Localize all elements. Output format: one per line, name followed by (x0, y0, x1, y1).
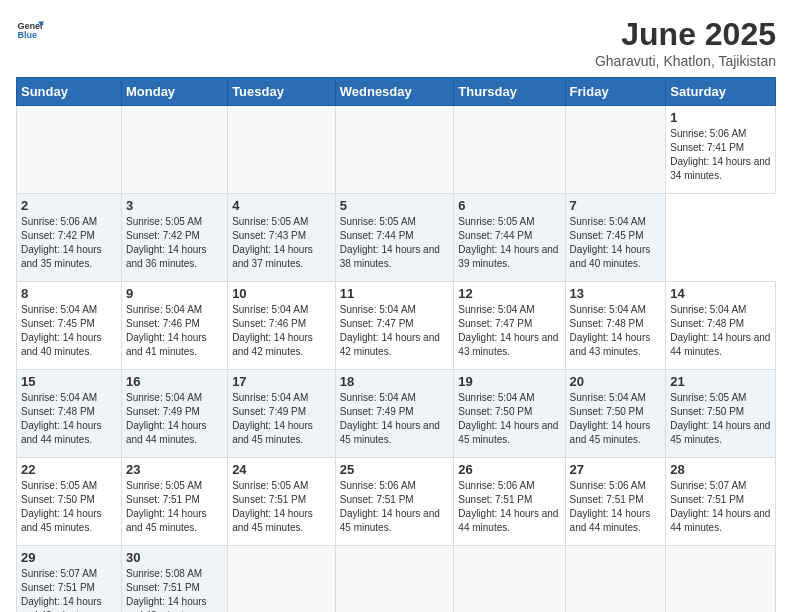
logo: General Blue (16, 16, 44, 44)
empty-cell (454, 106, 565, 194)
header-cell-saturday: Saturday (666, 78, 776, 106)
header-cell-friday: Friday (565, 78, 666, 106)
calendar-table: SundayMondayTuesdayWednesdayThursdayFrid… (16, 77, 776, 612)
empty-cell (666, 546, 776, 613)
empty-cell (121, 106, 227, 194)
logo-icon: General Blue (16, 16, 44, 44)
day-cell: 18Sunrise: 5:04 AMSunset: 7:49 PMDayligh… (335, 370, 454, 458)
day-cell: 20Sunrise: 5:04 AMSunset: 7:50 PMDayligh… (565, 370, 666, 458)
day-cell: 9Sunrise: 5:04 AMSunset: 7:46 PMDaylight… (121, 282, 227, 370)
day-cell: 5Sunrise: 5:05 AMSunset: 7:44 PMDaylight… (335, 194, 454, 282)
calendar-header-row: SundayMondayTuesdayWednesdayThursdayFrid… (17, 78, 776, 106)
location-title: Gharavuti, Khatlon, Tajikistan (595, 53, 776, 69)
day-cell: 15Sunrise: 5:04 AMSunset: 7:48 PMDayligh… (17, 370, 122, 458)
empty-cell (17, 106, 122, 194)
empty-cell (454, 546, 565, 613)
day-cell: 25Sunrise: 5:06 AMSunset: 7:51 PMDayligh… (335, 458, 454, 546)
day-cell: 6Sunrise: 5:05 AMSunset: 7:44 PMDaylight… (454, 194, 565, 282)
svg-text:Blue: Blue (17, 30, 37, 40)
calendar-week-row: 2Sunrise: 5:06 AMSunset: 7:42 PMDaylight… (17, 194, 776, 282)
day-cell: 13Sunrise: 5:04 AMSunset: 7:48 PMDayligh… (565, 282, 666, 370)
empty-cell (335, 546, 454, 613)
empty-cell (565, 106, 666, 194)
empty-cell (565, 546, 666, 613)
header-cell-thursday: Thursday (454, 78, 565, 106)
day-cell: 27Sunrise: 5:06 AMSunset: 7:51 PMDayligh… (565, 458, 666, 546)
header-cell-wednesday: Wednesday (335, 78, 454, 106)
empty-cell (228, 546, 336, 613)
day-cell: 23Sunrise: 5:05 AMSunset: 7:51 PMDayligh… (121, 458, 227, 546)
day-cell: 8Sunrise: 5:04 AMSunset: 7:45 PMDaylight… (17, 282, 122, 370)
header: General Blue June 2025 Gharavuti, Khatlo… (16, 16, 776, 69)
day-cell: 11Sunrise: 5:04 AMSunset: 7:47 PMDayligh… (335, 282, 454, 370)
calendar-week-row: 8Sunrise: 5:04 AMSunset: 7:45 PMDaylight… (17, 282, 776, 370)
day-cell: 3Sunrise: 5:05 AMSunset: 7:42 PMDaylight… (121, 194, 227, 282)
day-cell: 19Sunrise: 5:04 AMSunset: 7:50 PMDayligh… (454, 370, 565, 458)
day-cell: 22Sunrise: 5:05 AMSunset: 7:50 PMDayligh… (17, 458, 122, 546)
day-cell: 10Sunrise: 5:04 AMSunset: 7:46 PMDayligh… (228, 282, 336, 370)
title-area: June 2025 Gharavuti, Khatlon, Tajikistan (595, 16, 776, 69)
empty-cell (228, 106, 336, 194)
day-cell: 4Sunrise: 5:05 AMSunset: 7:43 PMDaylight… (228, 194, 336, 282)
empty-cell (335, 106, 454, 194)
day-cell: 28Sunrise: 5:07 AMSunset: 7:51 PMDayligh… (666, 458, 776, 546)
day-cell: 1Sunrise: 5:06 AMSunset: 7:41 PMDaylight… (666, 106, 776, 194)
day-cell: 21Sunrise: 5:05 AMSunset: 7:50 PMDayligh… (666, 370, 776, 458)
calendar-week-row: 22Sunrise: 5:05 AMSunset: 7:50 PMDayligh… (17, 458, 776, 546)
header-cell-tuesday: Tuesday (228, 78, 336, 106)
calendar-week-row: 15Sunrise: 5:04 AMSunset: 7:48 PMDayligh… (17, 370, 776, 458)
day-cell: 12Sunrise: 5:04 AMSunset: 7:47 PMDayligh… (454, 282, 565, 370)
month-title: June 2025 (595, 16, 776, 53)
header-cell-sunday: Sunday (17, 78, 122, 106)
calendar-week-row: 29Sunrise: 5:07 AMSunset: 7:51 PMDayligh… (17, 546, 776, 613)
day-cell: 14Sunrise: 5:04 AMSunset: 7:48 PMDayligh… (666, 282, 776, 370)
header-cell-monday: Monday (121, 78, 227, 106)
day-cell: 17Sunrise: 5:04 AMSunset: 7:49 PMDayligh… (228, 370, 336, 458)
day-cell: 16Sunrise: 5:04 AMSunset: 7:49 PMDayligh… (121, 370, 227, 458)
day-cell: 2Sunrise: 5:06 AMSunset: 7:42 PMDaylight… (17, 194, 122, 282)
day-cell: 29Sunrise: 5:07 AMSunset: 7:51 PMDayligh… (17, 546, 122, 613)
calendar-week-row: 1Sunrise: 5:06 AMSunset: 7:41 PMDaylight… (17, 106, 776, 194)
day-cell: 24Sunrise: 5:05 AMSunset: 7:51 PMDayligh… (228, 458, 336, 546)
day-cell: 30Sunrise: 5:08 AMSunset: 7:51 PMDayligh… (121, 546, 227, 613)
day-cell: 26Sunrise: 5:06 AMSunset: 7:51 PMDayligh… (454, 458, 565, 546)
day-cell: 7Sunrise: 5:04 AMSunset: 7:45 PMDaylight… (565, 194, 666, 282)
